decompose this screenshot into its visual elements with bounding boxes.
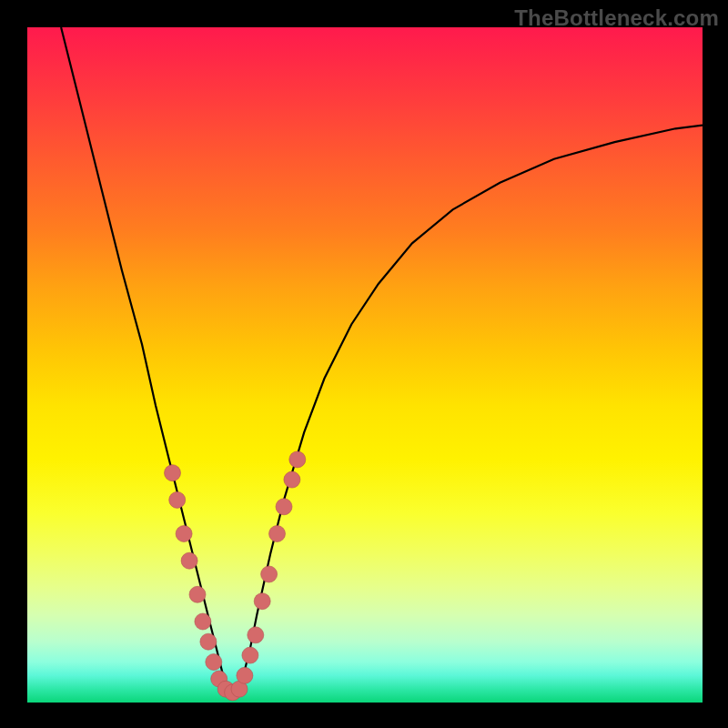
marker-dot: [276, 499, 292, 515]
marker-dot: [289, 451, 306, 468]
marker-dot: [189, 586, 206, 602]
marker-dot: [248, 627, 264, 643]
marker-dot: [195, 613, 211, 630]
chart-frame: TheBottleneck.com: [0, 0, 728, 728]
marker-dot: [242, 647, 258, 663]
marker-dot: [169, 491, 186, 508]
marker-dot: [181, 552, 197, 569]
marker-dot: [254, 593, 270, 610]
marker-dot: [206, 654, 222, 671]
marker-dot: [284, 471, 300, 488]
marker-dot: [269, 526, 286, 542]
watermark-text: TheBottleneck.com: [514, 5, 719, 31]
marker-dot: [200, 633, 217, 650]
plot-area: [27, 27, 703, 703]
marker-dot: [261, 566, 278, 582]
marker-dot: [237, 667, 253, 683]
bottleneck-curve: [61, 27, 703, 693]
marker-dots: [165, 451, 306, 701]
marker-dot: [176, 526, 192, 542]
curve-svg: [27, 27, 703, 703]
marker-dot: [165, 465, 181, 481]
